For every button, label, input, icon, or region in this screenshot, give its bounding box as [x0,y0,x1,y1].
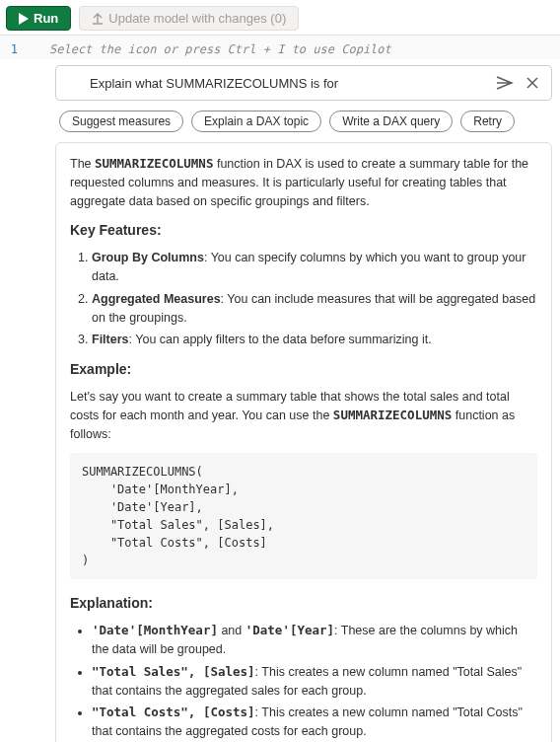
send-button[interactable] [494,74,516,92]
panel-header [55,65,552,101]
run-label: Run [34,11,58,26]
upload-icon [92,13,104,25]
example-intro: Let's say you want to create a summary t… [70,388,537,443]
run-button[interactable]: Run [6,6,71,31]
play-icon [19,13,29,25]
explanation-list: 'Date'[MonthYear] and 'Date'[Year]: Thes… [70,622,537,741]
editor-row[interactable]: 1 Select the icon or press Ctrl + I to u… [0,35,560,59]
chip-write-query[interactable]: Write a DAX query [329,111,453,132]
intro-paragraph: The SUMMARIZECOLUMNS function in DAX is … [70,155,537,210]
list-item: "Total Sales", [Sales]: This creates a n… [92,663,537,701]
close-button[interactable] [524,74,541,92]
chip-suggest-measures[interactable]: Suggest measures [59,111,183,132]
suggestion-chips: Suggest measures Explain a DAX topic Wri… [55,101,552,142]
example-heading: Example: [70,359,537,380]
list-item: 'Date'[MonthYear] and 'Date'[Year]: Thes… [92,622,537,659]
features-list: Group By Columns: You can specify column… [70,249,537,349]
editor-placeholder: Select the icon or press Ctrl + I to use… [49,42,391,56]
update-label: Update model with changes (0) [108,11,286,26]
copilot-icon[interactable] [26,41,41,57]
list-item: Group By Columns: You can specify column… [92,249,537,286]
send-icon [496,76,514,90]
chip-explain-dax[interactable]: Explain a DAX topic [191,111,321,132]
close-icon [525,76,539,90]
key-features-heading: Key Features: [70,220,537,241]
code-block: SUMMARIZECOLUMNS( 'Date'[MonthYear], 'Da… [70,453,537,579]
explanation-heading: Explanation: [70,593,537,614]
list-item: Filters: You can apply filters to the da… [92,331,537,349]
update-model-button: Update model with changes (0) [79,6,299,31]
toolbar: Run Update model with changes (0) [0,0,560,35]
chip-retry[interactable]: Retry [460,111,515,132]
response-card: The SUMMARIZECOLUMNS function in DAX is … [55,142,552,742]
list-item: Aggregated Measures: You can include mea… [92,290,537,328]
copilot-icon [66,75,82,91]
list-item: "Total Costs", [Costs]: This creates a n… [92,704,537,741]
line-number: 1 [6,42,18,56]
prompt-input[interactable] [90,76,486,91]
copilot-panel: Suggest measures Explain a DAX topic Wri… [55,65,552,742]
